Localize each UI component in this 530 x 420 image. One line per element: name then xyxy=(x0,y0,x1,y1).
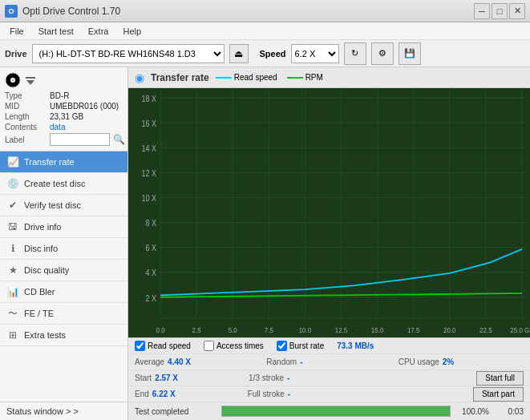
svg-text:25.0 GB: 25.0 GB xyxy=(510,325,530,334)
settings-button[interactable]: ⚙ xyxy=(371,42,394,65)
nav-label-drive-info: Drive info xyxy=(24,222,61,232)
cb-read-speed-label: Read speed xyxy=(148,341,191,350)
svg-text:10.0: 10.0 xyxy=(299,325,312,334)
nav-item-disc-quality[interactable]: ★ Disc quality xyxy=(0,260,127,281)
nav-label-extra-tests: Extra tests xyxy=(24,330,66,340)
menu-extra[interactable]: Extra xyxy=(82,25,115,38)
cb-access-times: Access times xyxy=(204,341,264,351)
menu-help[interactable]: Help xyxy=(116,25,148,38)
full-stroke-label: Full stroke xyxy=(248,390,285,398)
chart-title: Transfer rate xyxy=(151,72,209,83)
disc-contents-row: Contents data xyxy=(5,123,123,131)
svg-text:7.5: 7.5 xyxy=(265,325,273,334)
end-label: End xyxy=(135,390,149,398)
drive-label: Drive xyxy=(5,49,27,59)
close-button[interactable]: ✕ xyxy=(509,3,525,19)
start-full-button[interactable]: Start full xyxy=(476,371,524,386)
svg-text:15.0: 15.0 xyxy=(371,325,384,334)
full-stroke-value: - xyxy=(288,390,290,398)
cb-read-speed: Read speed xyxy=(135,341,191,351)
svg-text:5.0: 5.0 xyxy=(229,325,237,334)
status-window-button[interactable]: Status window > > xyxy=(0,402,127,420)
svg-rect-3 xyxy=(26,77,35,79)
random-label: Random xyxy=(266,357,297,366)
menu-file[interactable]: File xyxy=(3,25,30,38)
progress-bar-outer xyxy=(221,406,451,417)
chart-icon: ◉ xyxy=(135,71,144,84)
svg-rect-5 xyxy=(128,88,530,337)
nav-label-fe-te: FE / TE xyxy=(24,309,54,318)
stroke-1-3-value: - xyxy=(287,374,289,382)
cb-read-speed-input[interactable] xyxy=(135,341,145,351)
disc-header xyxy=(5,72,123,88)
legend-read-speed-label: Read speed xyxy=(234,73,277,82)
legend-read-speed: Read speed xyxy=(216,73,277,82)
disc-mid-row: MID UMEBDR016 (000) xyxy=(5,102,123,111)
cb-burst-rate: Burst rate xyxy=(277,341,324,351)
disc-length-value: 23,31 GB xyxy=(50,112,83,121)
average-label: Average xyxy=(135,357,164,366)
main-content: Type BD-R MID UMEBDR016 (000) Length 23,… xyxy=(0,67,530,420)
disc-type-row: Type BD-R xyxy=(5,91,123,100)
stat-1-3-stroke: 1/3 stroke - xyxy=(249,374,356,382)
eject-button[interactable]: ⏏ xyxy=(229,44,249,63)
chart-header: ◉ Transfer rate Read speed RPM xyxy=(128,67,530,88)
refresh-button[interactable]: ↻ xyxy=(344,42,366,65)
nav-item-drive-info[interactable]: 🖫 Drive info xyxy=(0,216,127,238)
nav-item-disc-info[interactable]: ℹ Disc info xyxy=(0,238,127,260)
cpu-value: 2% xyxy=(443,357,454,366)
burst-rate-value: 73.3 MB/s xyxy=(337,341,374,350)
cb-burst-rate-input[interactable] xyxy=(277,341,287,351)
nav-item-create-test-disc[interactable]: 💿 Create test disc xyxy=(0,173,127,195)
stats-row-3: End 6.22 X Full stroke - Start part xyxy=(128,386,530,402)
svg-text:22.5: 22.5 xyxy=(479,325,492,334)
svg-text:2 X: 2 X xyxy=(146,293,157,303)
stat-cpu: CPU usage 2% xyxy=(399,357,524,366)
disc-type-value: BD-R xyxy=(50,91,69,100)
start-label: Start xyxy=(135,374,152,382)
average-value: 4.40 X xyxy=(168,357,191,366)
disc-panel: Type BD-R MID UMEBDR016 (000) Length 23,… xyxy=(0,67,127,151)
nav-item-extra-tests[interactable]: ⊞ Extra tests xyxy=(0,325,127,346)
svg-point-2 xyxy=(12,79,14,81)
label-browse-icon[interactable]: 🔍 xyxy=(113,134,125,145)
disc-contents-label: Contents xyxy=(5,123,47,131)
cb-access-times-input[interactable] xyxy=(204,341,214,351)
svg-text:0.0: 0.0 xyxy=(156,325,165,334)
nav-item-transfer-rate[interactable]: 📈 Transfer rate xyxy=(0,151,127,173)
save-button[interactable]: 💾 xyxy=(399,42,421,65)
disc-length-label: Length xyxy=(5,112,47,121)
sidebar: Type BD-R MID UMEBDR016 (000) Length 23,… xyxy=(0,67,128,420)
nav-item-verify-test-disc[interactable]: ✔ Verify test disc xyxy=(0,195,127,216)
nav-item-cd-bler[interactable]: 📊 CD Bler xyxy=(0,281,127,303)
svg-text:2.5: 2.5 xyxy=(192,325,201,334)
menu-start-test[interactable]: Start test xyxy=(32,25,80,38)
cd-bler-icon: 📊 xyxy=(6,285,19,298)
create-test-disc-icon: 💿 xyxy=(6,177,19,190)
drive-select[interactable]: (H:) HL-DT-ST BD-RE WH16NS48 1.D3 xyxy=(32,44,225,63)
nav-label-verify-test-disc: Verify test disc xyxy=(24,200,81,210)
menu-bar: File Start test Extra Help xyxy=(0,22,530,40)
window-title: Opti Drive Control 1.70 xyxy=(22,6,120,17)
speed-select[interactable]: 6.2 X xyxy=(291,44,339,63)
cpu-label: CPU usage xyxy=(399,357,439,366)
progress-bar-container: Test completed 100.0% 0:03 xyxy=(128,402,530,420)
maximize-button[interactable]: □ xyxy=(492,3,508,19)
disc-label-label: Label xyxy=(5,135,47,144)
transfer-rate-icon: 📈 xyxy=(6,155,19,168)
status-window-label: Status window > > xyxy=(6,406,79,416)
nav-item-fe-te[interactable]: 〜 FE / TE xyxy=(0,303,127,325)
disc-label-input[interactable] xyxy=(50,133,110,146)
minimize-button[interactable]: ─ xyxy=(474,3,490,19)
legend-rpm-label: RPM xyxy=(305,73,323,82)
disc-mid-label: MID xyxy=(5,102,47,111)
drive-info-icon: 🖫 xyxy=(6,220,19,233)
start-part-button[interactable]: Start part xyxy=(473,387,524,402)
disc-type-label: Type xyxy=(5,91,47,100)
svg-text:4 X: 4 X xyxy=(146,269,157,278)
legend-rpm: RPM xyxy=(287,73,323,82)
toolbar: Drive (H:) HL-DT-ST BD-RE WH16NS48 1.D3 … xyxy=(0,40,530,67)
start-value: 2.57 X xyxy=(155,374,178,382)
cb-access-times-label: Access times xyxy=(216,341,264,350)
disc-label-row: Label 🔍 xyxy=(5,133,123,146)
